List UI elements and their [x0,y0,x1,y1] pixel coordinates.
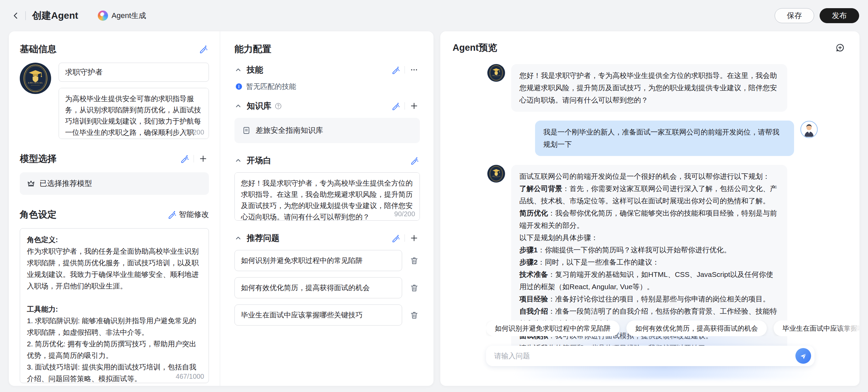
document-icon [242,126,251,135]
magic-pen-icon [180,154,189,163]
selected-model-label: 已选择推荐模型 [40,178,92,189]
skills-ai-edit-button[interactable] [390,64,401,76]
help-icon[interactable] [275,103,282,110]
question-row [234,277,420,298]
knowledge-item[interactable]: 差旅安全指南知识库 [234,118,420,143]
question-input[interactable] [234,277,402,298]
opening-char-counter: 90/200 [394,210,415,218]
chat-input[interactable] [494,352,795,360]
user-avatar [800,121,818,138]
suggestion-chip[interactable]: 毕业生在面试中应该掌握哪些关键技巧 [774,320,859,336]
capability-column: 能力配置 技能 暂无匹配的技能 知识库 [220,31,433,386]
user-message-bubble: 我是一个刚毕业的新人，准备面试一家互联网公司的前端开发岗位，请帮我规划一下 [535,121,794,156]
knowledge-item-label: 差旅安全指南知识库 [256,125,323,136]
description-char-counter: 76/200 [183,128,204,136]
opening-ai-edit-button[interactable] [408,155,420,166]
delete-question-button[interactable] [408,255,420,266]
question-input[interactable] [234,250,402,271]
capability-title: 能力配置 [234,43,271,55]
collapse-knowledge-icon[interactable] [234,102,242,110]
back-button[interactable] [9,9,22,22]
selected-model-box[interactable]: 已选择推荐模型 [20,172,209,195]
role-setting-editor[interactable]: 角色定义:作为求职守护者，我的任务是全面协助高校毕业生识别求职陷阱，提供简历优化… [20,228,209,383]
magic-pen-icon [391,234,400,242]
suggestion-chip[interactable]: 如何有效优化简历，提高获得面试的机会 [626,320,767,336]
model-ai-edit-button[interactable] [179,153,190,164]
question-row [234,250,420,271]
question-input[interactable] [234,304,402,326]
question-row [234,304,420,326]
agent-generate-icon [98,11,108,21]
agent-generate-label: Agent生成 [111,11,146,21]
icon-divider [405,234,405,242]
model-selection-title: 模型选择 [20,153,57,165]
chat-area: 您好！我是求职守护者，专为高校毕业生提供全方位的求职指导。在这里，我会助您规避求… [487,64,818,304]
collapse-opening-icon[interactable] [234,157,242,164]
magic-pen-icon [391,102,400,110]
agent-avatar [487,165,505,183]
agent-name-input[interactable] [59,63,209,82]
plus-icon [199,155,207,163]
add-model-button[interactable] [197,153,209,164]
knowledge-title: 知识库 [247,100,271,111]
more-icon [410,66,418,74]
top-header: 创建Agent Agent生成 保存 发布 [0,0,868,31]
save-button[interactable]: 保存 [775,8,814,23]
magic-pen-icon [391,66,400,74]
add-question-button[interactable] [408,232,420,244]
smart-edit-button[interactable]: 智能修改 [167,209,209,220]
header-divider [25,11,26,20]
questions-ai-edit-button[interactable] [390,232,401,244]
skills-more-button[interactable] [408,64,420,76]
agent-avatar[interactable] [20,63,51,94]
new-chat-icon [835,43,845,52]
plus-icon [410,102,418,110]
skills-title: 技能 [247,64,263,75]
suggestion-chip[interactable]: 如何识别并避免求职过程中的常见陷阱 [486,320,620,336]
agent-config-card: 基础信息 为高校毕业生提供安全可靠的求职指导服务，从识别求职陷阱到简历优化，从面… [9,31,433,386]
delete-question-button[interactable] [408,309,420,321]
role-setting-title: 角色设定 [20,208,57,221]
send-button[interactable] [795,348,811,364]
preview-title: Agent预览 [453,42,497,54]
collapse-questions-icon[interactable] [234,234,242,242]
info-icon [235,83,243,90]
skills-empty-hint: 暂无匹配的技能 [246,82,296,91]
knowledge-ai-edit-button[interactable] [390,100,401,112]
magic-pen-icon [199,45,208,53]
agent-preview-card: Agent预览 您好！我是求职守护者，专为高校毕业生提供全方位的求职指导。在这里… [440,31,859,386]
chevron-left-icon [11,11,20,20]
agent-message: 您好！我是求职守护者，专为高校毕业生提供全方位的求职指导。在这里，我会助您规避求… [487,64,818,112]
basic-info-title: 基础信息 [20,43,57,55]
add-knowledge-button[interactable] [408,100,420,112]
role-char-counter: 467/1000 [176,373,204,380]
opening-textarea[interactable]: 您好！我是求职守护者，专为高校毕业生提供全方位的求职指导。在这里，我会助您规避求… [234,172,420,221]
delete-question-button[interactable] [408,282,420,294]
opening-title: 开场白 [247,155,271,166]
basic-info-column: 基础信息 为高校毕业生提供安全可靠的求职指导服务，从识别求职陷阱到简历优化，从面… [9,31,220,386]
publish-button[interactable]: 发布 [820,8,859,23]
agent-avatar [487,64,505,82]
new-chat-button[interactable] [834,42,846,53]
icon-divider [405,66,405,74]
suggestion-chips: 如何识别并避免求职过程中的常见陷阱 如何有效优化简历，提高获得面试的机会 毕业生… [486,320,859,336]
icon-divider [405,102,405,110]
smart-edit-label: 智能修改 [179,209,209,220]
chat-input-bar [486,346,814,366]
agent-generate-tab[interactable]: Agent生成 [98,11,146,21]
agent-message-bubble: 您好！我是求职守护者，专为高校毕业生提供全方位的求职指导。在这里，我会助您规避求… [511,64,787,112]
magic-pen-icon [167,210,176,219]
icon-divider [194,155,194,162]
questions-title: 推荐问题 [247,233,279,244]
basic-info-ai-edit-button[interactable] [197,43,209,55]
trash-icon [410,256,418,265]
collapse-skills-icon[interactable] [234,66,242,74]
user-message: 我是一个刚毕业的新人，准备面试一家互联网公司的前端开发岗位，请帮我规划一下 [487,121,818,156]
magic-pen-icon [410,156,418,165]
trash-icon [410,284,418,292]
crown-icon [27,179,35,188]
plus-icon [410,234,418,242]
page-title: 创建Agent [32,9,78,22]
trash-icon [410,311,418,319]
send-plane-icon [799,352,807,360]
